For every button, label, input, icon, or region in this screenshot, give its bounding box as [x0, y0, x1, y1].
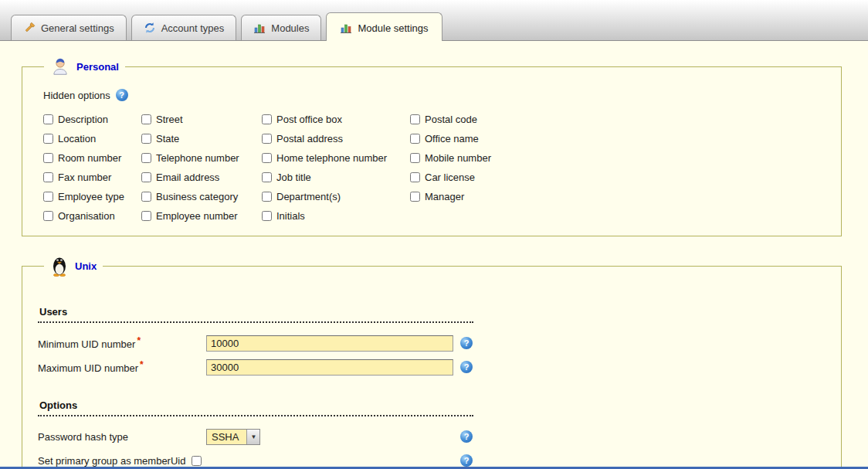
help-icon[interactable] — [116, 89, 128, 101]
password-hash-row: Password hash type SSHA — [38, 427, 826, 446]
checkbox[interactable] — [141, 211, 151, 221]
checkbox-label: Fax number — [58, 172, 111, 183]
module-settings-icon — [340, 22, 352, 34]
tab-general-settings[interactable]: General settings — [11, 15, 127, 40]
hidden-option-state[interactable]: State — [141, 133, 262, 144]
checkbox-label: Office name — [425, 133, 479, 144]
checkbox-label: Room number — [58, 152, 121, 164]
min-uid-row: Minimum UID number* — [38, 334, 826, 352]
checkbox[interactable] — [262, 114, 272, 124]
checkbox[interactable] — [410, 153, 420, 163]
checkbox[interactable] — [141, 172, 151, 182]
hidden-option-business-category[interactable]: Business category — [141, 191, 262, 202]
checkbox-label: Postal address — [276, 133, 343, 144]
checkbox[interactable] — [262, 192, 272, 202]
account-types-icon — [144, 22, 156, 34]
hidden-options-row: Hidden options — [43, 89, 826, 101]
hidden-option-initials[interactable]: Initials — [262, 210, 410, 222]
member-uid-checkbox[interactable] — [192, 456, 202, 466]
chevron-down-icon[interactable] — [246, 430, 259, 444]
checkbox[interactable] — [262, 172, 272, 182]
min-uid-input[interactable] — [206, 335, 453, 352]
help-icon[interactable] — [460, 430, 473, 443]
hidden-option-job-title[interactable]: Job title — [262, 172, 410, 183]
checkbox-label: Car license — [425, 172, 475, 183]
checkbox-label: Organisation — [58, 210, 115, 222]
checkbox-label: Description — [58, 114, 108, 125]
tab-label: Account types — [161, 22, 225, 34]
checkbox[interactable] — [141, 192, 151, 202]
checkbox-label: Postal code — [425, 114, 477, 125]
checkbox-label: State — [156, 133, 179, 144]
checkbox[interactable] — [262, 211, 272, 221]
checkbox-label: Department(s) — [276, 191, 341, 202]
checkbox-label: Business category — [156, 191, 238, 202]
hidden-option-postal-address[interactable]: Postal address — [262, 133, 410, 144]
checkbox-label: Home telephone number — [276, 152, 387, 164]
min-uid-label: Minimum UID number* — [38, 335, 206, 350]
wrench-icon — [23, 22, 36, 34]
hidden-option-fax-number[interactable]: Fax number — [43, 172, 141, 183]
checkbox-label: Post office box — [276, 114, 342, 125]
checkbox[interactable] — [43, 172, 53, 182]
checkbox-label: Initials — [276, 210, 305, 222]
hidden-option-street[interactable]: Street — [141, 114, 262, 125]
hidden-option-description[interactable]: Description — [43, 114, 141, 125]
hidden-option-email-address[interactable]: Email address — [141, 172, 262, 183]
hidden-option-car-license[interactable]: Car license — [410, 172, 826, 183]
checkbox[interactable] — [410, 172, 420, 182]
help-icon[interactable] — [460, 454, 473, 467]
personal-section: Personal Hidden options Description Stre… — [22, 56, 842, 236]
hidden-option-office-name[interactable]: Office name — [410, 133, 826, 144]
hidden-option-room-number[interactable]: Room number — [43, 152, 141, 164]
checkbox[interactable] — [43, 153, 53, 163]
hidden-options-grid: Description Street Post office box Posta… — [43, 114, 826, 222]
checkbox-label: Employee number — [156, 210, 238, 222]
tab-label: Modules — [271, 22, 309, 34]
hidden-option-home-telephone-number[interactable]: Home telephone number — [262, 152, 410, 164]
checkbox[interactable] — [410, 134, 420, 144]
checkbox[interactable] — [43, 134, 53, 144]
tab-bar: General settings Account types Modules — [0, 0, 868, 41]
checkbox[interactable] — [410, 114, 420, 124]
checkbox[interactable] — [43, 192, 53, 202]
hidden-option-employee-number[interactable]: Employee number — [141, 210, 262, 222]
checkbox[interactable] — [410, 192, 420, 202]
hidden-option-mobile-number[interactable]: Mobile number — [410, 152, 826, 164]
unix-section: Unix Users Minimum UID number* Maximum U… — [22, 255, 842, 469]
tab-modules[interactable]: Modules — [241, 15, 321, 40]
hidden-option-post-office-box[interactable]: Post office box — [262, 114, 410, 125]
required-marker: * — [137, 335, 141, 346]
hidden-option-location[interactable]: Location — [43, 133, 141, 144]
password-hash-select[interactable]: SSHA — [206, 429, 260, 445]
password-hash-selected-value: SSHA — [207, 430, 246, 444]
tab-label: General settings — [41, 22, 114, 34]
tab-account-types[interactable]: Account types — [131, 15, 237, 40]
help-icon[interactable] — [460, 337, 473, 349]
unix-legend: Unix — [44, 255, 103, 277]
hidden-option-postal-code[interactable]: Postal code — [410, 114, 826, 125]
checkbox[interactable] — [262, 134, 272, 144]
checkbox-label: Employee type — [58, 191, 124, 202]
checkbox-label: Location — [58, 133, 96, 144]
checkbox-label: Email address — [156, 172, 219, 183]
hidden-option-telephone-number[interactable]: Telephone number — [141, 152, 262, 164]
hidden-option-employee-type[interactable]: Employee type — [43, 191, 141, 202]
max-uid-label: Maximum UID number* — [38, 359, 206, 374]
checkbox[interactable] — [43, 211, 53, 221]
personal-legend: Personal — [44, 56, 125, 76]
checkbox[interactable] — [141, 153, 151, 163]
max-uid-input[interactable] — [206, 359, 453, 376]
tux-penguin-icon — [50, 255, 69, 277]
checkbox[interactable] — [141, 134, 151, 144]
checkbox-label: Telephone number — [156, 152, 239, 164]
hidden-option-organisation[interactable]: Organisation — [43, 210, 141, 222]
hidden-option-manager[interactable]: Manager — [410, 191, 826, 202]
checkbox[interactable] — [141, 114, 151, 124]
tab-module-settings[interactable]: Module settings — [326, 12, 442, 41]
checkbox[interactable] — [262, 153, 272, 163]
help-icon[interactable] — [460, 361, 473, 373]
hidden-option-departments[interactable]: Department(s) — [262, 191, 410, 202]
tab-label: Module settings — [358, 22, 428, 34]
checkbox[interactable] — [43, 114, 53, 124]
